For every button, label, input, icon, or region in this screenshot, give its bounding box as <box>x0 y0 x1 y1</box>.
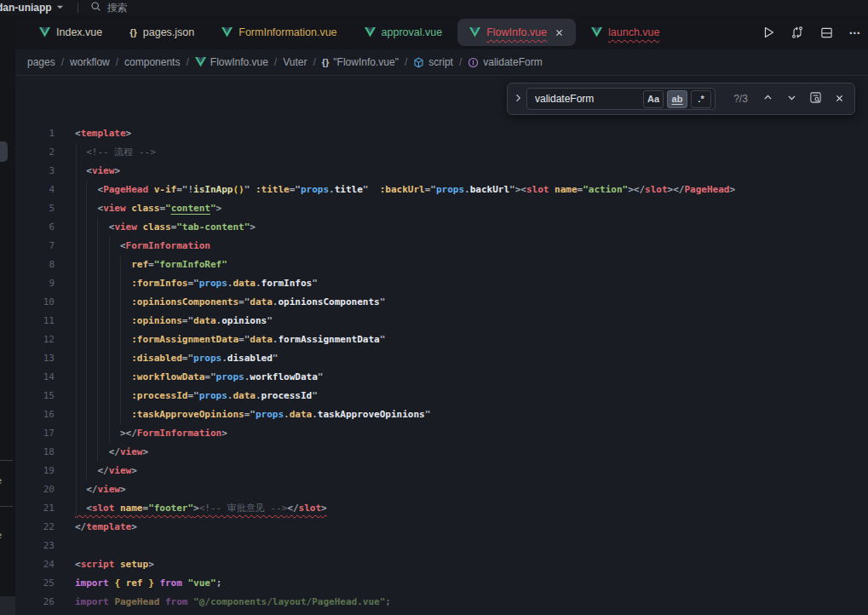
breadcrumb-item-components[interactable]: components <box>124 56 180 68</box>
code-token: " <box>312 390 318 401</box>
find-widget: Aaab.* ?/3 <box>507 83 855 115</box>
use-regex-toggle[interactable]: .* <box>691 90 711 108</box>
code-token: template <box>86 521 131 532</box>
indent-guide <box>120 256 121 274</box>
code-token: "vue" <box>188 578 216 589</box>
indent-guide <box>120 274 121 293</box>
indent-guide <box>86 293 87 312</box>
code-line-10[interactable]: 10 :opinionsComponents="data.opinionsCom… <box>15 293 868 312</box>
tab-flowinfo-vue[interactable]: FlowInfo.vue <box>457 19 576 46</box>
code-line-16[interactable]: 16 :taskApproveOpinions="props.data.task… <box>15 405 868 424</box>
breadcrumb-item-vuter[interactable]: Vuter <box>283 56 307 68</box>
code-line-15[interactable]: 15 :processId="props.data.processId" <box>15 387 868 405</box>
run-button[interactable] <box>761 25 776 40</box>
code-line-9[interactable]: 9 :formInfos="props.data.formInfos" <box>15 274 868 293</box>
split-editor-button[interactable] <box>819 25 834 40</box>
breadcrumb-item--flowinfo-vue-[interactable]: {}"FlowInfo.vue" <box>322 56 399 68</box>
compare-changes-button[interactable] <box>790 25 805 40</box>
code-line-25[interactable]: 25import { ref } from "vue"; <box>15 574 868 593</box>
line-number: 13 <box>15 349 55 368</box>
line-content: ref="formInfoRef" <box>75 256 868 274</box>
next-match-button[interactable] <box>783 90 800 107</box>
line-content: <view> <box>75 162 868 181</box>
code-line-4[interactable]: 4 <PageHead v-if="!isInApp()" :title="pr… <box>15 181 868 199</box>
indent-guide <box>86 312 87 330</box>
code-token: formInfos <box>262 278 313 289</box>
code-line-24[interactable]: 24<script setup> <box>15 555 868 574</box>
code-token: :formInfos <box>131 278 187 289</box>
code-line-14[interactable]: 14 :workflowData="props.workflowData" <box>15 368 868 387</box>
code-token: from <box>159 578 182 589</box>
tab-forminformation-vue[interactable]: FormInformation.vue <box>210 19 348 46</box>
workspace-menu[interactable]: dan-uniapp <box>0 2 64 14</box>
code-line-22[interactable]: 22</template> <box>15 518 868 537</box>
line-content: </view> <box>75 443 868 462</box>
tab-approval-vue[interactable]: approval.vue <box>353 19 455 46</box>
editor-pane[interactable]: Aaab.* ?/3 1<template>2 <!-- 流程 -->3 <vi… <box>15 76 868 615</box>
code-line-21[interactable]: 21 <slot name="footer"><!-- 审批意见 --></sl… <box>15 499 868 518</box>
find-input[interactable] <box>535 93 643 105</box>
line-number: 9 <box>15 274 55 293</box>
indent-guide <box>97 368 98 387</box>
code-line-3[interactable]: 3 <view> <box>15 162 868 181</box>
code-line-26[interactable]: 26import PageHead from "@/components/lay… <box>15 593 868 612</box>
find-in-selection-button[interactable] <box>807 90 824 107</box>
tab-pages-json[interactable]: {}pages.json <box>118 19 206 46</box>
code-line-11[interactable]: 11 :opinions="data.opinions" <box>15 312 868 330</box>
breadcrumb-item-flowinfo-vue[interactable]: FlowInfo.vue <box>195 56 268 68</box>
breadcrumb-item-validateform[interactable]: validateForm <box>468 56 542 68</box>
toggle-replace-button[interactable] <box>513 83 523 114</box>
close-find-button[interactable] <box>831 90 848 107</box>
tab-label: approval.vue <box>382 26 443 38</box>
code-line-6[interactable]: 6 <view class="tab-content"> <box>15 218 868 237</box>
code-line-7[interactable]: 7 <FormInformation <box>15 237 868 256</box>
code-token: slot <box>645 184 668 195</box>
code-line-8[interactable]: 8 ref="formInfoRef" <box>15 256 868 274</box>
breadcrumb-item-workflow[interactable]: workflow <box>70 56 110 68</box>
indent-guide <box>97 237 98 256</box>
code-line-2[interactable]: 2 <!-- 流程 --> <box>15 143 868 162</box>
line-number: 15 <box>15 387 55 405</box>
tab-launch-vue[interactable]: launch.vue <box>579 19 671 46</box>
code-token: FormInformation <box>126 240 210 251</box>
line-number: 22 <box>15 518 55 537</box>
code-line-23[interactable]: 23 <box>15 537 868 555</box>
line-number: 3 <box>15 162 55 181</box>
breadcrumb-item-pages[interactable]: pages <box>27 56 55 68</box>
code-token <box>250 184 256 195</box>
code-token: backUrl <box>470 184 509 195</box>
code-token: data <box>193 315 216 326</box>
line-number: 17 <box>15 424 55 443</box>
breadcrumb-item-script[interactable]: script <box>413 56 453 68</box>
code-line-18[interactable]: 18 </view> <box>15 443 868 462</box>
match-case-toggle[interactable]: Aa <box>643 90 664 108</box>
code-line-13[interactable]: 13 :disabled="props.disabled" <box>15 349 868 368</box>
close-tab-button[interactable] <box>555 28 564 37</box>
code-line-1[interactable]: 1<template> <box>15 124 868 143</box>
titlebar-search[interactable]: 搜索 <box>90 1 128 15</box>
indent-guide <box>76 218 77 237</box>
code-token: opinions <box>221 315 267 326</box>
indent-guide <box>109 368 110 387</box>
line-content: :processId="props.data.processId" <box>75 387 868 405</box>
code-area[interactable]: 1<template>2 <!-- 流程 -->3 <view>4 <PageH… <box>15 76 868 615</box>
indent-guide <box>86 256 87 274</box>
breadcrumb-separator: / <box>313 56 315 68</box>
more-actions-button[interactable]: ⋯ <box>848 25 863 40</box>
breadcrumb-separator: / <box>274 56 277 68</box>
code-token: script <box>81 559 115 570</box>
code-line-20[interactable]: 20 </view> <box>15 480 868 499</box>
line-number: 24 <box>15 555 55 574</box>
code-line-19[interactable]: 19 </view> <box>15 462 868 480</box>
indent-guide <box>86 443 87 462</box>
code-line-17[interactable]: 17 ></FormInformation> <box>15 424 868 443</box>
whole-word-toggle[interactable]: ab <box>667 90 687 108</box>
previous-match-button[interactable] <box>759 90 776 107</box>
code-token: view <box>98 484 121 495</box>
code-line-5[interactable]: 5 <view class="content"> <box>15 199 868 218</box>
code-token: view <box>120 446 143 457</box>
sidebar-scroll-thumb[interactable] <box>0 141 8 162</box>
tab-index-vue[interactable]: Index.vue <box>27 19 114 46</box>
code-line-12[interactable]: 12 :formAssignmentData="data.formAssignm… <box>15 330 868 349</box>
code-token: =" <box>290 184 301 195</box>
